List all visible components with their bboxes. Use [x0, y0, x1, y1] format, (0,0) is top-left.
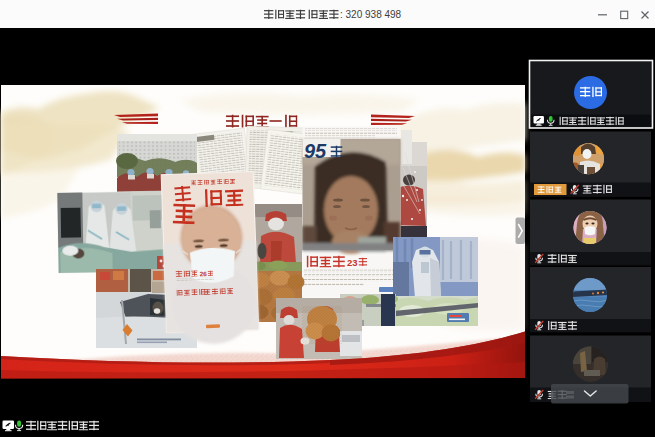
svg-text:: 320 938 498: : 320 938 498: [340, 9, 402, 20]
svg-text:23: 23: [347, 257, 358, 268]
svg-text:95: 95: [304, 140, 327, 162]
svg-text:26: 26: [200, 270, 208, 277]
